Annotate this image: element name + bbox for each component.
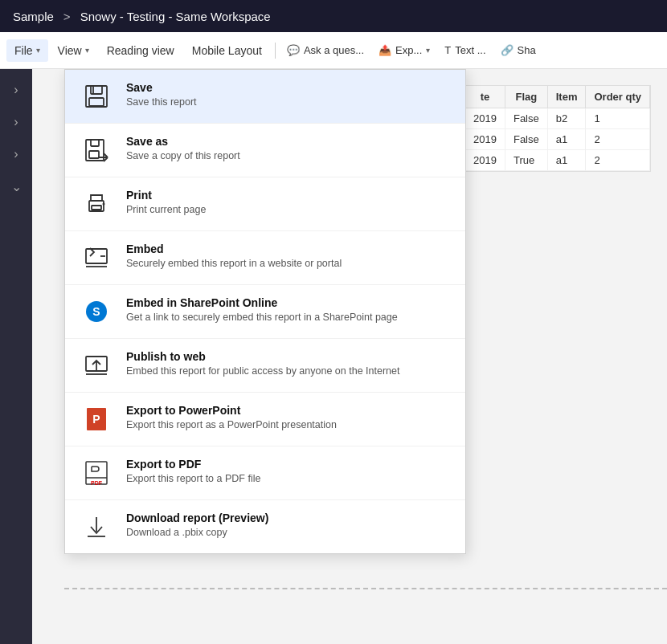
menu-bar: File ▾ View ▾ Reading view Mobile Layout…: [0, 32, 667, 69]
item-title-embed-sharepoint: Embed in SharePoint Online: [126, 296, 398, 309]
svg-text:PDF: PDF: [91, 480, 103, 486]
dropdown-item-save[interactable]: SaveSave this report: [65, 70, 465, 124]
svg-rect-2: [89, 98, 104, 106]
dropdown-item-save-as[interactable]: Save asSave a copy of this report: [65, 124, 465, 177]
share-btn[interactable]: 🔗 Sha: [494, 39, 542, 61]
col-header-orderqty: Order qty: [586, 86, 650, 108]
share-icon: 🔗: [501, 44, 514, 56]
col-header-flag: Flag: [505, 86, 547, 108]
file-chevron-icon: ▾: [36, 46, 40, 55]
sidebar-expand-bot[interactable]: ›: [2, 140, 31, 169]
item-desc-embed: Securely embed this report in a website …: [126, 258, 342, 269]
publish-icon: [81, 350, 112, 381]
breadcrumb-sample[interactable]: Sample: [13, 10, 54, 23]
item-desc-save: Save this report: [126, 96, 197, 108]
text-btn[interactable]: T Text ...: [438, 39, 492, 61]
sidebar-expand-mid[interactable]: ›: [2, 108, 31, 137]
file-dropdown-menu: SaveSave this report Save asSave a copy …: [64, 69, 466, 554]
chat-icon: 💬: [287, 44, 300, 56]
dashed-border-area: [64, 588, 667, 620]
main-area: › › › ⌄ te Flag Item Order qty 2019False…: [0, 69, 667, 644]
sidebar: › › › ⌄: [0, 69, 32, 644]
print-icon: [81, 189, 112, 219]
item-desc-publish-web: Embed this report for public access by a…: [126, 365, 399, 377]
dropdown-item-embed-sharepoint[interactable]: S Embed in SharePoint OnlineGet a link t…: [65, 285, 465, 339]
dropdown-item-export-pdf[interactable]: PDF Export to PDFExport this report to a…: [65, 446, 465, 500]
table-row: 2019Truea12: [465, 150, 649, 171]
pdf-icon: PDF: [81, 458, 112, 488]
svg-text:P: P: [92, 413, 100, 426]
sharepoint-icon: S: [81, 296, 112, 327]
svg-rect-8: [92, 206, 101, 210]
item-desc-print: Print current page: [126, 204, 206, 215]
export-chevron-icon: ▾: [426, 46, 430, 55]
item-desc-export-ppt: Export this report as a PowerPoint prese…: [126, 419, 337, 430]
reading-view-btn[interactable]: Reading view: [99, 39, 182, 62]
item-title-save: Save: [126, 81, 197, 94]
dropdown-item-publish-web[interactable]: Publish to webEmbed this report for publ…: [65, 339, 465, 393]
col-header-item: Item: [547, 86, 586, 108]
breadcrumb-separator: >: [63, 10, 71, 23]
export-btn[interactable]: 📤 Exp... ▾: [372, 39, 436, 61]
view-menu[interactable]: View ▾: [50, 39, 97, 62]
item-desc-download: Download a .pbix copy: [126, 527, 268, 538]
table-row: 2019Falsea12: [465, 129, 649, 150]
save-as-icon: [81, 135, 112, 165]
svg-rect-6: [89, 151, 99, 158]
sidebar-expand-top[interactable]: ›: [2, 75, 31, 104]
export-icon: 📤: [379, 44, 391, 56]
svg-text:S: S: [92, 305, 100, 318]
mobile-layout-btn[interactable]: Mobile Layout: [184, 39, 270, 62]
menu-divider-1: [275, 43, 276, 59]
text-icon: T: [444, 44, 451, 56]
svg-rect-5: [91, 140, 99, 146]
sidebar-collapse[interactable]: ⌄: [2, 172, 31, 201]
item-title-save-as: Save as: [126, 135, 240, 148]
dropdown-item-embed[interactable]: EmbedSecurely embed this report in a web…: [65, 231, 465, 285]
title-bar: Sample > Snowy - Testing - Same Workspac…: [0, 0, 667, 32]
item-title-embed: Embed: [126, 243, 342, 255]
breadcrumb-page: Snowy - Testing - Same Workspace: [80, 10, 271, 23]
embed-icon: [81, 243, 112, 273]
table-row: 2019Falseb21: [465, 108, 649, 129]
dropdown-item-download[interactable]: Download report (Preview)Download a .pbi…: [65, 500, 465, 553]
dropdown-item-export-ppt[interactable]: P Export to PowerPointExport this report…: [65, 393, 465, 446]
file-menu[interactable]: File ▾: [6, 39, 48, 62]
svg-point-9: [103, 203, 105, 206]
item-title-download: Download report (Preview): [126, 512, 268, 524]
item-title-export-ppt: Export to PowerPoint: [126, 404, 337, 417]
item-desc-export-pdf: Export this report to a PDF file: [126, 473, 260, 484]
save-icon: [81, 81, 112, 112]
svg-rect-1: [91, 86, 102, 94]
item-desc-embed-sharepoint: Get a link to securely embed this report…: [126, 312, 398, 323]
item-title-publish-web: Publish to web: [126, 350, 399, 363]
col-header-te: te: [465, 86, 505, 108]
item-desc-save-as: Save a copy of this report: [126, 150, 240, 161]
data-table: te Flag Item Order qty 2019Falseb212019F…: [464, 85, 651, 172]
powerpoint-icon: P: [81, 404, 112, 434]
ask-question-btn[interactable]: 💬 Ask a ques...: [280, 39, 370, 61]
download-icon: [81, 512, 112, 542]
content-area: te Flag Item Order qty 2019Falseb212019F…: [32, 69, 667, 644]
view-chevron-icon: ▾: [85, 46, 89, 55]
item-title-print: Print: [126, 189, 206, 202]
dropdown-item-print[interactable]: PrintPrint current page: [65, 177, 465, 231]
item-title-export-pdf: Export to PDF: [126, 458, 260, 471]
